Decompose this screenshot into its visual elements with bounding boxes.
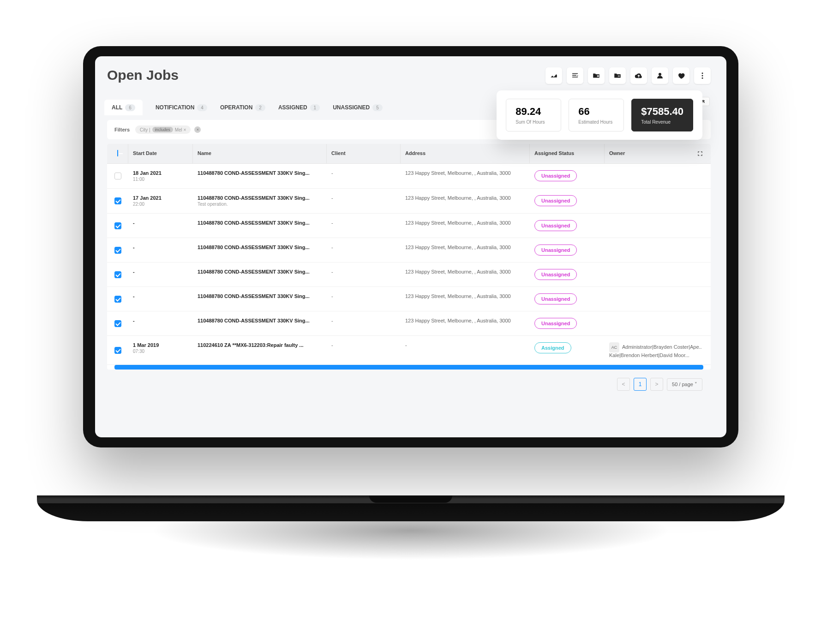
estimated-hours-value: 66: [578, 106, 614, 118]
address-cell: 123 Happy Street, Melbourne, , Australia…: [401, 311, 530, 335]
chip-value: Mel ×: [175, 127, 186, 132]
laptop-base: [37, 495, 785, 521]
address-cell: 123 Happy Street, Melbourne, , Australia…: [401, 214, 530, 238]
row-checkbox[interactable]: [114, 222, 121, 229]
expand-columns-button[interactable]: [689, 144, 711, 163]
row-checkbox[interactable]: [114, 296, 121, 303]
address-cell: -: [401, 336, 530, 364]
filter-chip[interactable]: City | includes Mel ×: [135, 125, 191, 134]
job-name: 110488780 COND-ASSESSMENT 330KV Sing...: [198, 220, 322, 226]
address-cell: 123 Happy Street, Melbourne, , Australia…: [401, 164, 530, 188]
row-checkbox[interactable]: [114, 320, 121, 327]
job-name: 110488780 COND-ASSESSMENT 330KV Sing...: [198, 170, 322, 176]
chip-field: City |: [140, 127, 150, 132]
page-1-button[interactable]: 1: [634, 378, 647, 391]
tab-all[interactable]: ALL6: [104, 100, 143, 115]
app-screen: Open Jobs ⇅SORT FILTER 89.24: [95, 56, 726, 437]
row-checkbox[interactable]: [114, 347, 121, 354]
horizontal-scrollbar[interactable]: [114, 365, 703, 370]
owner-cell: [605, 311, 711, 335]
start-time: 07:30: [133, 349, 188, 354]
tab-count: 6: [125, 104, 135, 111]
svg-point-1: [702, 75, 703, 77]
header-owner[interactable]: Owner: [605, 144, 689, 163]
client-cell: -: [327, 214, 401, 238]
folder-remove-icon[interactable]: [609, 67, 626, 84]
table-row[interactable]: 1 Mar 201907:30110224610 ZA **MX6-312203…: [107, 336, 711, 365]
heart-icon[interactable]: [673, 67, 689, 84]
table-header-row: Start Date Name Client Address Assigned …: [107, 144, 711, 164]
client-cell: -: [327, 262, 401, 286]
chart-icon[interactable]: [545, 67, 562, 84]
table-row[interactable]: 17 Jan 202122:00110488780 COND-ASSESSMEN…: [107, 189, 711, 214]
notes-icon[interactable]: [567, 67, 583, 84]
start-date: 18 Jan 2021: [133, 170, 188, 176]
owner-cell: [605, 262, 711, 286]
estimated-hours-box: 66 Estimated Hours: [569, 99, 624, 131]
tab-count: 1: [310, 104, 320, 111]
start-date: 17 Jan 2021: [133, 195, 188, 201]
header-client[interactable]: Client: [327, 144, 401, 163]
header-status[interactable]: Assigned Status: [530, 144, 605, 163]
tab-count: 5: [372, 104, 383, 111]
table-row[interactable]: -110488780 COND-ASSESSMENT 330KV Sing...…: [107, 287, 711, 311]
tab-operation[interactable]: OPERATION2: [220, 104, 265, 111]
table-row[interactable]: -110488780 COND-ASSESSMENT 330KV Sing...…: [107, 214, 711, 238]
client-cell: -: [327, 336, 401, 364]
per-page-label: 50 / page: [672, 382, 693, 387]
tab-notification[interactable]: NOTIFICATION4: [156, 104, 207, 111]
tab-unassigned[interactable]: UNASSIGNED5: [333, 104, 383, 111]
row-checkbox[interactable]: [114, 247, 121, 254]
more-icon[interactable]: [694, 67, 711, 84]
table-row[interactable]: -110488780 COND-ASSESSMENT 330KV Sing...…: [107, 238, 711, 262]
folder-add-icon[interactable]: [588, 67, 605, 84]
start-time: 11:00: [133, 177, 188, 182]
status-badge: Unassigned: [534, 293, 577, 304]
chip-operator: includes: [152, 127, 173, 132]
select-all-checkbox[interactable]: [117, 150, 118, 156]
filters-label: Filters: [114, 127, 130, 132]
start-date: -: [133, 244, 188, 250]
job-subtitle: Test operation.: [198, 202, 322, 207]
client-cell: -: [327, 189, 401, 213]
row-checkbox[interactable]: [114, 271, 121, 278]
total-revenue-value: $7585.40: [641, 106, 683, 118]
address-cell: 123 Happy Street, Melbourne, , Australia…: [401, 189, 530, 213]
owner-avatar: AC: [609, 342, 619, 352]
header-address[interactable]: Address: [401, 144, 530, 163]
tab-count: 2: [255, 104, 265, 111]
owner-names: Administrator|Brayden Coster|Ape.. Kale|…: [609, 344, 702, 358]
tab-label: NOTIFICATION: [156, 104, 194, 111]
status-badge: Unassigned: [534, 318, 577, 329]
laptop-frame: Open Jobs ⇅SORT FILTER 89.24: [83, 46, 738, 447]
table-row[interactable]: 18 Jan 202111:00110488780 COND-ASSESSMEN…: [107, 164, 711, 189]
total-revenue-box: $7585.40 Total Revenue: [631, 99, 693, 131]
job-name: 110224610 ZA **MX6-312203:Repair faulty …: [198, 342, 322, 348]
chip-remove-icon[interactable]: ×: [194, 126, 201, 133]
jobs-table: Start Date Name Client Address Assigned …: [107, 144, 711, 370]
next-page-button[interactable]: >: [650, 378, 663, 391]
sum-hours-label: Sum Of Hours: [515, 119, 551, 125]
header-start-date[interactable]: Start Date: [128, 144, 193, 163]
owner-cell: [605, 287, 711, 311]
client-cell: -: [327, 164, 401, 188]
per-page-select[interactable]: 50 / page ˅: [667, 378, 702, 391]
prev-page-button[interactable]: <: [617, 378, 630, 391]
table-row[interactable]: -110488780 COND-ASSESSMENT 330KV Sing...…: [107, 311, 711, 336]
job-name: 110488780 COND-ASSESSMENT 330KV Sing...: [198, 293, 322, 299]
toolbar: [545, 67, 711, 84]
tab-assigned[interactable]: ASSIGNED1: [278, 104, 320, 111]
status-badge: Unassigned: [534, 195, 577, 206]
row-checkbox[interactable]: [114, 197, 121, 204]
tab-label: ALL: [112, 104, 122, 111]
user-icon[interactable]: [652, 67, 668, 84]
row-checkbox[interactable]: [114, 173, 121, 179]
estimated-hours-label: Estimated Hours: [578, 119, 614, 125]
header-name[interactable]: Name: [193, 144, 327, 163]
cloud-upload-icon[interactable]: [630, 67, 647, 84]
client-cell: -: [327, 311, 401, 335]
start-date: -: [133, 269, 188, 274]
sum-hours-box: 89.24 Sum Of Hours: [506, 99, 561, 131]
tab-label: ASSIGNED: [278, 104, 307, 111]
table-row[interactable]: -110488780 COND-ASSESSMENT 330KV Sing...…: [107, 262, 711, 287]
